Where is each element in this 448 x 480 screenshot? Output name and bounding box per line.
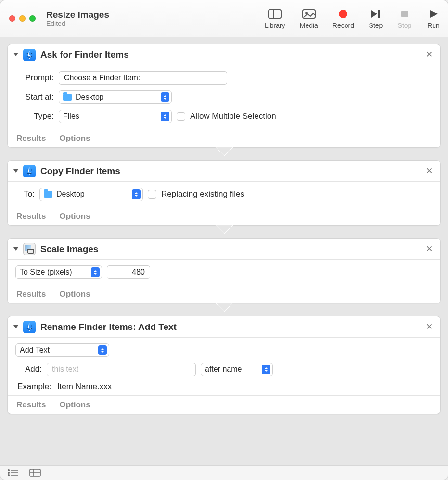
scale-mode-value: To Size (pixels) (20, 268, 72, 277)
step-button[interactable]: Step (369, 8, 383, 29)
run-label: Run (427, 22, 440, 29)
action-footer: Results Options (8, 285, 440, 303)
finder-icon (23, 49, 36, 61)
action-header[interactable]: Copy Finder Items ✕ (8, 161, 440, 182)
destination-popup[interactable]: Desktop (39, 188, 143, 201)
results-tab[interactable]: Results (16, 134, 46, 143)
action-header[interactable]: Ask for Finder Items ✕ (8, 44, 440, 65)
remove-action-button[interactable]: ✕ (424, 164, 435, 178)
svg-point-9 (27, 53, 28, 54)
prompt-label: Prompt: (15, 73, 54, 83)
record-icon (336, 8, 350, 20)
zoom-window-button[interactable] (29, 15, 36, 22)
minimize-window-button[interactable] (19, 15, 26, 22)
action-footer: Results Options (8, 395, 440, 414)
remove-action-button[interactable]: ✕ (424, 320, 435, 334)
action-rename-finder-items: Rename Finder Items: Add Text ✕ Add Text… (7, 316, 441, 414)
titlebar: Resize Images Edited Library Media (0, 0, 448, 37)
popup-arrows-icon (262, 365, 270, 374)
start-at-label: Start at: (15, 92, 54, 102)
replace-existing-checkbox[interactable]: Replacing existing files (148, 189, 244, 199)
scale-mode-popup[interactable]: To Size (pixels) (15, 265, 102, 279)
start-at-popup[interactable]: Desktop (59, 90, 172, 104)
workflow-canvas: Ask for Finder Items ✕ Prompt: Start at:… (0, 37, 448, 465)
popup-arrows-icon (98, 345, 107, 355)
play-icon (426, 8, 441, 20)
finder-icon (23, 321, 36, 333)
stop-icon (397, 8, 412, 20)
log-view-button[interactable] (7, 469, 19, 477)
remove-action-button[interactable]: ✕ (424, 242, 435, 256)
variables-view-button[interactable] (29, 469, 41, 477)
window-controls (9, 15, 36, 22)
action-ask-for-finder-items: Ask for Finder Items ✕ Prompt: Start at:… (7, 44, 441, 148)
results-tab[interactable]: Results (16, 212, 46, 221)
disclosure-triangle-icon[interactable] (13, 247, 18, 251)
svg-point-12 (31, 169, 32, 170)
bottom-bar (0, 465, 448, 480)
options-tab[interactable]: Options (59, 400, 90, 410)
prompt-input[interactable] (59, 71, 227, 85)
remove-action-button[interactable]: ✕ (424, 48, 435, 62)
sidebar-icon (268, 8, 282, 20)
add-position-popup[interactable]: after name (201, 363, 273, 376)
svg-point-4 (339, 10, 347, 18)
add-text-input[interactable] (47, 363, 196, 376)
step-label: Step (369, 22, 383, 29)
close-window-button[interactable] (9, 15, 15, 22)
svg-point-13 (27, 325, 28, 326)
stop-button[interactable]: Stop (397, 8, 412, 29)
disclosure-triangle-icon[interactable] (13, 169, 18, 173)
run-button[interactable]: Run (426, 8, 441, 29)
options-tab[interactable]: Options (59, 134, 90, 143)
action-footer: Results Options (8, 129, 440, 147)
stop-label: Stop (398, 22, 412, 29)
svg-rect-0 (269, 10, 281, 18)
media-button[interactable]: Media (300, 8, 318, 29)
connector-icon (215, 225, 233, 234)
folder-icon (44, 191, 52, 198)
options-tab[interactable]: Options (59, 212, 90, 221)
add-label: Add: (15, 365, 42, 374)
disclosure-triangle-icon[interactable] (13, 325, 18, 328)
options-tab[interactable]: Options (59, 290, 90, 299)
step-icon (369, 8, 383, 20)
svg-rect-7 (401, 11, 408, 17)
preview-icon (23, 243, 36, 255)
disclosure-triangle-icon[interactable] (13, 53, 18, 56)
rename-operation-popup[interactable]: Add Text (15, 343, 109, 357)
checkbox-box[interactable] (148, 190, 156, 199)
title-block: Resize Images Edited (46, 10, 109, 28)
action-header[interactable]: Rename Finder Items: Add Text ✕ (8, 316, 440, 338)
start-at-value: Desktop (76, 93, 104, 101)
action-title: Scale Images (40, 244, 98, 254)
scale-value-input[interactable] (107, 265, 150, 279)
library-button[interactable]: Library (265, 8, 285, 29)
results-tab[interactable]: Results (16, 400, 46, 410)
destination-value: Desktop (56, 190, 85, 199)
action-footer: Results Options (8, 207, 440, 225)
record-button[interactable]: Record (333, 8, 354, 29)
example-label: Example: (17, 382, 51, 392)
action-title: Ask for Finder Items (40, 50, 129, 60)
add-position-value: after name (205, 365, 242, 374)
type-popup[interactable]: Files (59, 110, 172, 123)
media-label: Media (300, 22, 318, 29)
action-title: Copy Finder Items (40, 166, 120, 177)
toolbar: Library Media Record (265, 8, 441, 29)
type-value: Files (63, 112, 79, 121)
svg-marker-5 (371, 10, 377, 18)
connector-icon (215, 147, 233, 156)
library-label: Library (265, 22, 285, 29)
allow-multiple-checkbox[interactable]: Allow Multiple Selection (177, 112, 276, 121)
svg-rect-6 (378, 10, 380, 18)
svg-point-15 (8, 469, 10, 471)
action-title: Rename Finder Items: Add Text (40, 322, 177, 332)
svg-point-11 (27, 169, 28, 170)
svg-point-17 (8, 472, 10, 473)
checkbox-box[interactable] (177, 112, 185, 121)
results-tab[interactable]: Results (16, 290, 46, 299)
media-icon (302, 8, 316, 20)
svg-point-10 (31, 53, 32, 54)
action-header[interactable]: Scale Images ✕ (8, 239, 440, 260)
